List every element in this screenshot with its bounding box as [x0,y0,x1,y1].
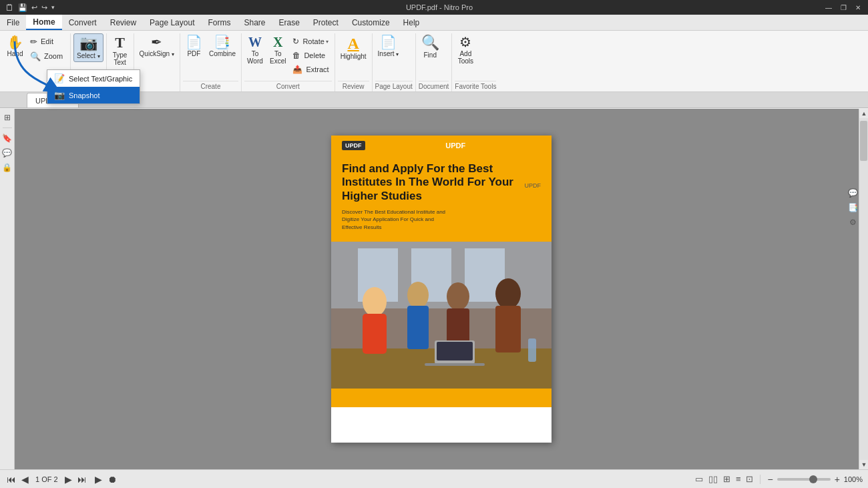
scroll-thumb[interactable] [860,121,867,161]
zoom-out-button[interactable]: − [766,474,774,485]
menu-protect[interactable]: Protect [306,15,345,30]
svg-point-10 [447,282,469,310]
scroll-up-button[interactable]: ▲ [859,109,868,118]
quick-undo[interactable]: ↩ [31,3,37,12]
select-text-icon: 📝 [54,73,65,83]
rotate-button[interactable]: ↻ Rotate ▾ [290,35,331,48]
insert-button[interactable]: 📄 Insert ▾ [375,33,402,59]
find-label: Find [424,51,437,59]
ribbon-group-review: A Highlight Review [335,33,373,91]
edit-label: Edit [41,37,53,45]
menu-forms[interactable]: Forms [201,15,237,30]
type-text-button[interactable]: T TypeText [110,33,131,68]
zoom-in-button[interactable]: + [833,474,841,485]
add-tools-button[interactable]: ⚙ AddTools [455,33,476,67]
nav-next-button[interactable]: ▶ [63,474,73,485]
context-menu-snapshot[interactable]: 📷 Snapshot [47,87,140,103]
right-tool-panel: 💬 📑 ⚙ [847,187,859,228]
document-group-label: Document [419,81,449,91]
menu-review[interactable]: Review [103,15,143,30]
sidebar-comment-icon[interactable]: 💬 [1,147,13,159]
menu-page-layout[interactable]: Page Layout [143,15,201,30]
hand-icon: ✋ [7,35,23,49]
combine-icon: 📑 [214,35,230,49]
convert-group-label: Convert [244,81,332,91]
combine-button[interactable]: 📑 Combine [206,33,238,59]
menu-help[interactable]: Help [397,15,427,30]
sidebar-thumbnail-icon[interactable]: ⊞ [1,111,13,124]
ribbon-group-favorite: ⚙ AddTools Favorite Tools [452,33,499,91]
fit-view-button[interactable]: ⊡ [744,474,754,484]
record-button[interactable]: ⏺ [106,474,118,485]
zoom-thumb[interactable] [809,475,817,483]
hand-label: Hand [7,50,23,57]
insert-icon: 📄 [380,35,397,49]
sidebar-lock-icon[interactable]: 🔒 [1,162,13,174]
menu-file[interactable]: File [0,15,26,30]
highlight-button[interactable]: A Highlight [338,33,369,62]
nav-first-button[interactable]: ⏮ [5,474,17,485]
quick-redo[interactable]: ↪ [41,3,47,12]
menu-bar: File Home Convert Review Page Layout For… [0,15,868,31]
scroll-down-button[interactable]: ▼ [859,460,868,469]
add-tools-label: AddTools [458,50,473,65]
quicksign-icon: ✒ [151,35,162,49]
minimize-button[interactable]: — [824,3,833,12]
nav-prev-button[interactable]: ◀ [20,474,30,485]
pdf-content-top: Find and Apply For the Best Institutes I… [331,156,552,242]
menu-convert[interactable]: Convert [62,15,103,30]
thumbnail-view-button[interactable]: ⊞ [722,474,732,484]
double-page-view-button[interactable]: ▯▯ [707,474,719,484]
pdf-button[interactable]: 📄 PDF [183,33,205,59]
delete-button[interactable]: 🗑 Delete [290,49,331,62]
zoom-icon: 🔍 [30,52,41,61]
to-excel-button[interactable]: X ToExcel [267,33,288,67]
to-word-icon: W [248,35,262,49]
pdf-logo: UPDF [342,141,365,150]
context-menu-select-text[interactable]: 📝 Select Text/Graphic [47,70,140,87]
quicksign-label: QuickSign ▾ [140,50,174,57]
svg-point-8 [407,282,429,308]
single-page-view-button[interactable]: ▭ [694,474,704,484]
title-bar: 🗒 💾 ↩ ↪ ▾ UPDF.pdf - Nitro Pro — ❐ ✕ [0,0,868,15]
status-bar: ⏮ ◀ 1 OF 2 ▶ ⏭ ▶ ⏺ ▭ ▯▯ ⊞ ≡ ⊡ − + 100% [0,469,868,488]
left-sidebar: ⊞ 🔖 💬 🔒 [0,109,15,469]
combine-label: Combine [209,50,236,57]
scroll-view-button[interactable]: ≡ [734,474,742,484]
play-button[interactable]: ▶ [93,474,103,485]
zoom-slider[interactable] [777,478,831,481]
hand-button[interactable]: ✋ Hand [4,33,26,59]
right-comment-icon[interactable]: 💬 [847,187,859,199]
find-button[interactable]: 🔍 Find [419,33,442,61]
main-area: UPDF UPDF Find and Apply For the Best In… [15,109,868,469]
pdf-main-heading: Find and Apply For the Best Institutes I… [342,162,519,203]
to-word-button[interactable]: W ToWord [244,33,266,67]
restore-button[interactable]: ❐ [839,3,848,12]
context-menu: 📝 Select Text/Graphic 📷 Snapshot [47,69,140,104]
add-tools-icon: ⚙ [459,35,471,49]
highlight-icon: A [347,35,359,51]
right-layers-icon[interactable]: 📑 [847,202,859,214]
menu-share[interactable]: Share [237,15,272,30]
edit-button[interactable]: ✏ Edit [27,35,67,48]
close-button[interactable]: ✕ [853,3,863,12]
extract-button[interactable]: 📤 Extract [290,63,331,76]
zoom-button[interactable]: 🔍 Zoom [27,49,67,63]
nav-last-button[interactable]: ⏭ [76,474,88,485]
zoom-label: Zoom [44,52,63,60]
zoom-level: 100% [844,475,863,483]
pdf-subtext: Discover The Best Educational Institute … [342,208,449,231]
svg-rect-7 [363,314,387,354]
quicksign-button[interactable]: ✒ QuickSign ▾ [137,33,177,59]
quick-save[interactable]: 💾 [18,3,27,12]
insert-label: Insert ▾ [378,50,399,57]
pdf-icon: 📄 [186,35,202,49]
menu-customize[interactable]: Customize [345,15,397,30]
ribbon-group-page-layout: 📄 Insert ▾ Page Layout [373,33,416,91]
select-button[interactable]: 📷 Select ▾ [73,33,103,62]
menu-home[interactable]: Home [26,15,61,30]
menu-erase[interactable]: Erase [272,15,306,30]
svg-rect-9 [407,306,429,349]
sidebar-bookmark-icon[interactable]: 🔖 [1,132,13,144]
right-settings-icon[interactable]: ⚙ [847,216,859,228]
